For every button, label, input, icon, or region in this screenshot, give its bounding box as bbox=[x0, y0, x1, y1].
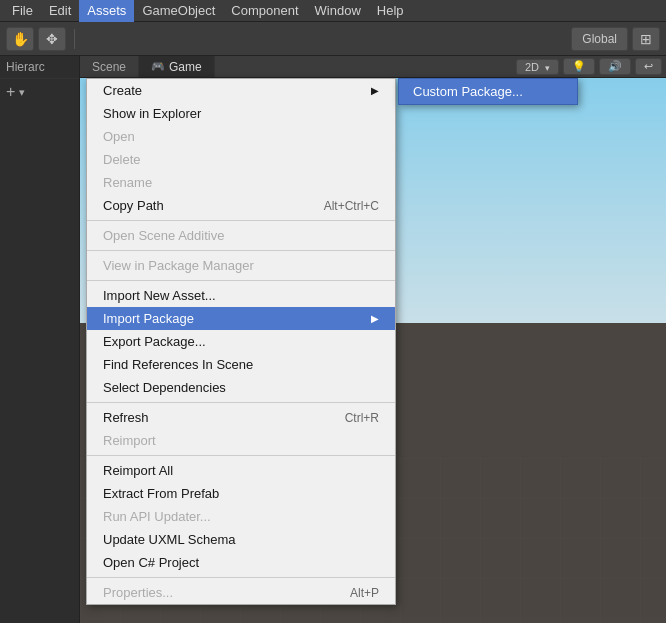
submenu-item-custom-package[interactable]: Custom Package... bbox=[399, 79, 577, 104]
hand-tool-button[interactable]: ✋ bbox=[6, 27, 34, 51]
menu-item-find-references[interactable]: Find References In Scene bbox=[87, 353, 395, 376]
menu-item-extract-from-prefab[interactable]: Extract From Prefab bbox=[87, 482, 395, 505]
global-button[interactable]: Global bbox=[571, 27, 628, 51]
menu-window[interactable]: Window bbox=[307, 0, 369, 22]
menu-assets[interactable]: Assets bbox=[79, 0, 134, 22]
toolbar-separator bbox=[74, 29, 75, 49]
menu-item-update-uxml[interactable]: Update UXML Schema bbox=[87, 528, 395, 551]
menu-item-open[interactable]: Open bbox=[87, 125, 395, 148]
menu-help[interactable]: Help bbox=[369, 0, 412, 22]
stats-btn[interactable]: ↩ bbox=[635, 58, 662, 75]
menu-item-view-package-manager[interactable]: View in Package Manager bbox=[87, 254, 395, 277]
hierarchy-add-icon[interactable]: + bbox=[6, 83, 15, 101]
separator-1 bbox=[87, 220, 395, 221]
main-area: Hierarc + ▾ Scene 🎮 Game 2D ▾ 💡 bbox=[0, 56, 666, 623]
menu-item-open-scene-additive[interactable]: Open Scene Additive bbox=[87, 224, 395, 247]
menu-item-create[interactable]: Create ▶ bbox=[87, 79, 395, 102]
game-tab[interactable]: 🎮 Game bbox=[139, 56, 215, 77]
menu-item-copy-path[interactable]: Copy Path Alt+Ctrl+C bbox=[87, 194, 395, 217]
hierarchy-header: Hierarc bbox=[0, 56, 79, 79]
menu-item-import-new-asset[interactable]: Import New Asset... bbox=[87, 284, 395, 307]
separator-6 bbox=[87, 577, 395, 578]
menu-component[interactable]: Component bbox=[223, 0, 306, 22]
menu-file[interactable]: File bbox=[4, 0, 41, 22]
hierarchy-content: + ▾ bbox=[0, 79, 79, 623]
separator-5 bbox=[87, 455, 395, 456]
grid-button[interactable]: ⊞ bbox=[632, 27, 660, 51]
menu-item-reimport[interactable]: Reimport bbox=[87, 429, 395, 452]
menu-item-run-api-updater[interactable]: Run API Updater... bbox=[87, 505, 395, 528]
game-tab-controls: 2D ▾ 💡 🔊 ↩ bbox=[512, 56, 666, 77]
sound-btn[interactable]: 🔊 bbox=[599, 58, 631, 75]
hierarchy-add-row: + ▾ bbox=[2, 81, 77, 103]
scene-tab[interactable]: Scene bbox=[80, 56, 139, 77]
menu-item-rename[interactable]: Rename bbox=[87, 171, 395, 194]
separator-3 bbox=[87, 280, 395, 281]
separator-2 bbox=[87, 250, 395, 251]
menu-item-export-package[interactable]: Export Package... bbox=[87, 330, 395, 353]
menu-item-reimport-all[interactable]: Reimport All bbox=[87, 459, 395, 482]
menu-gameobject[interactable]: GameObject bbox=[134, 0, 223, 22]
move-tool-button[interactable]: ✥ bbox=[38, 27, 66, 51]
create-arrow-icon: ▶ bbox=[371, 85, 379, 96]
assets-menu[interactable]: Create ▶ Show in Explorer Open Delete Re… bbox=[86, 78, 396, 605]
menu-item-delete[interactable]: Delete bbox=[87, 148, 395, 171]
game-tab-bar: Scene 🎮 Game 2D ▾ 💡 🔊 ↩ bbox=[80, 56, 666, 78]
menu-item-show-in-explorer[interactable]: Show in Explorer bbox=[87, 102, 395, 125]
menu-item-select-dependencies[interactable]: Select Dependencies bbox=[87, 376, 395, 399]
hierarchy-panel: Hierarc + ▾ bbox=[0, 56, 80, 623]
import-package-arrow-icon: ▶ bbox=[371, 313, 379, 324]
menu-item-refresh[interactable]: Refresh Ctrl+R bbox=[87, 406, 395, 429]
toolbar: ✋ ✥ Global ⊞ bbox=[0, 22, 666, 56]
menu-item-properties[interactable]: Properties... Alt+P bbox=[87, 581, 395, 604]
menu-edit[interactable]: Edit bbox=[41, 0, 79, 22]
hierarchy-title: Hierarc bbox=[6, 60, 45, 74]
menu-item-open-csharp[interactable]: Open C# Project bbox=[87, 551, 395, 574]
menubar: File Edit Assets GameObject Component Wi… bbox=[0, 0, 666, 22]
lighting-btn[interactable]: 💡 bbox=[563, 58, 595, 75]
resolution-dropdown[interactable]: 2D ▾ bbox=[516, 59, 559, 75]
menu-item-import-package[interactable]: Import Package ▶ bbox=[87, 307, 395, 330]
hierarchy-arrow-icon: ▾ bbox=[19, 86, 25, 99]
import-package-submenu[interactable]: Custom Package... bbox=[398, 78, 578, 105]
separator-4 bbox=[87, 402, 395, 403]
